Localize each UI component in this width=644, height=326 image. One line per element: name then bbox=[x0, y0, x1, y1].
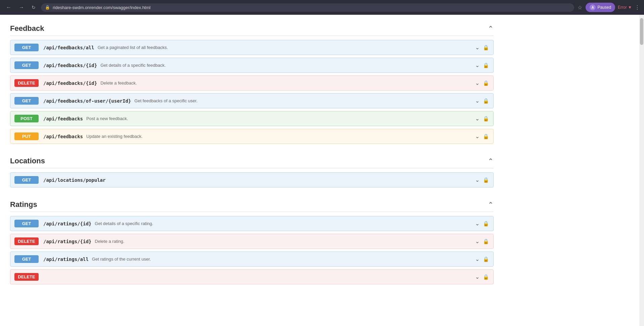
method-badge-get: GET bbox=[14, 61, 39, 69]
endpoint-actions: ⌄ 🔒 bbox=[475, 220, 489, 227]
lock-icon: 🔒 bbox=[483, 98, 489, 104]
endpoint-get-locations-popular[interactable]: GET /api/locations/popular ⌄ 🔒 bbox=[10, 172, 494, 187]
forward-button[interactable]: → bbox=[17, 3, 26, 12]
method-badge-delete: DELETE bbox=[14, 237, 39, 245]
endpoint-path: /api/feedbacks/{id} bbox=[43, 80, 97, 86]
chevron-down-icon: ⌄ bbox=[475, 98, 479, 104]
endpoint-desc: Delete a rating. bbox=[95, 239, 475, 244]
paused-avatar: A bbox=[590, 4, 596, 10]
endpoint-actions: ⌄ 🔒 bbox=[475, 133, 489, 140]
endpoint-get-feedbacks-all[interactable]: GET /api/feedbacks/all Get a paginated l… bbox=[10, 40, 494, 55]
secure-icon: 🔒 bbox=[45, 5, 50, 10]
endpoint-actions: ⌄ 🔒 bbox=[475, 115, 489, 122]
section-locations-collapse[interactable]: ⌃ bbox=[488, 157, 494, 165]
section-feedback-title: Feedback bbox=[10, 24, 44, 33]
endpoint-path: /api/feedbacks/{id} bbox=[43, 63, 97, 68]
method-badge-get: GET bbox=[14, 176, 39, 184]
method-badge-delete: DELETE bbox=[14, 273, 39, 281]
section-locations: Locations ⌃ GET /api/locations/popular ⌄… bbox=[10, 154, 494, 187]
url-text[interactable]: rideshare-swdm.onrender.com/swagger/inde… bbox=[53, 5, 570, 10]
section-ratings-collapse[interactable]: ⌃ bbox=[488, 201, 494, 209]
endpoint-get-ratings-all[interactable]: GET /api/ratings/all Get ratings of the … bbox=[10, 252, 494, 267]
endpoint-path: /api/feedbacks bbox=[43, 134, 83, 139]
section-locations-title: Locations bbox=[10, 157, 45, 165]
endpoint-delete-feedbacks-id[interactable]: DELETE /api/feedbacks/{id} Delete a feed… bbox=[10, 75, 494, 91]
bookmark-button[interactable]: ☆ bbox=[578, 4, 582, 11]
lock-icon: 🔒 bbox=[483, 45, 489, 51]
browser-menu-button[interactable]: ⋮ bbox=[635, 4, 640, 11]
chevron-down-icon: ⌄ bbox=[475, 62, 479, 68]
chevron-down-icon: ⌄ bbox=[475, 44, 479, 51]
paused-button[interactable]: A Paused bbox=[586, 3, 615, 12]
error-label: Error bbox=[618, 5, 627, 10]
browser-chrome: ← → ↻ 🔒 rideshare-swdm.onrender.com/swag… bbox=[0, 0, 644, 15]
back-button[interactable]: ← bbox=[4, 3, 13, 12]
method-badge-get: GET bbox=[14, 44, 39, 51]
chevron-down-icon: ⌄ bbox=[475, 274, 479, 280]
lock-icon: 🔒 bbox=[483, 256, 489, 262]
endpoint-actions: ⌄ 🔒 bbox=[475, 80, 489, 86]
chevron-down-icon: ⌄ bbox=[475, 115, 479, 122]
error-button[interactable]: Error ▼ bbox=[618, 5, 632, 10]
endpoint-path: /api/feedbacks/of-user/{userId} bbox=[43, 98, 131, 104]
endpoint-path: /api/ratings/{id} bbox=[43, 221, 91, 226]
endpoint-desc: Get ratings of the current user. bbox=[92, 257, 475, 262]
endpoint-actions: ⌄ 🔒 bbox=[475, 98, 489, 104]
method-badge-get: GET bbox=[14, 220, 39, 227]
section-ratings-title: Ratings bbox=[10, 200, 37, 209]
scrollbar[interactable] bbox=[639, 15, 644, 301]
endpoint-get-feedbacks-ofuser[interactable]: GET /api/feedbacks/of-user/{userId} Get … bbox=[10, 93, 494, 108]
method-badge-get: GET bbox=[14, 255, 39, 263]
chevron-down-icon: ⌄ bbox=[475, 133, 479, 140]
method-badge-post: POST bbox=[14, 115, 39, 122]
chevron-down-icon: ⌄ bbox=[475, 238, 479, 245]
section-ratings: Ratings ⌃ GET /api/ratings/{id} Get deta… bbox=[10, 198, 494, 284]
section-ratings-header: Ratings ⌃ bbox=[10, 198, 494, 212]
endpoint-actions: ⌄ 🔒 bbox=[475, 256, 489, 262]
lock-icon: 🔒 bbox=[483, 62, 489, 68]
endpoint-post-feedbacks[interactable]: POST /api/feedbacks Post a new feedback.… bbox=[10, 111, 494, 126]
endpoint-get-ratings-id[interactable]: GET /api/ratings/{id} Get details of a s… bbox=[10, 216, 494, 231]
endpoint-actions: ⌄ 🔒 bbox=[475, 44, 489, 51]
page-content: Feedback ⌃ GET /api/feedbacks/all Get a … bbox=[0, 15, 504, 301]
chevron-down-icon: ⌄ bbox=[475, 220, 479, 227]
scrollbar-thumb[interactable] bbox=[640, 18, 643, 45]
lock-icon: 🔒 bbox=[483, 80, 489, 86]
endpoint-path: /api/locations/popular bbox=[43, 177, 105, 183]
endpoint-delete-ratings-id[interactable]: DELETE /api/ratings/{id} Delete a rating… bbox=[10, 234, 494, 249]
lock-icon: 🔒 bbox=[483, 133, 489, 140]
section-feedback: Feedback ⌃ GET /api/feedbacks/all Get a … bbox=[10, 21, 494, 144]
method-badge-delete: DELETE bbox=[14, 79, 39, 87]
lock-icon: 🔒 bbox=[483, 177, 489, 183]
refresh-button[interactable]: ↻ bbox=[30, 3, 38, 11]
endpoint-desc: Get feedbacks of a specific user. bbox=[134, 98, 475, 103]
endpoint-put-feedbacks[interactable]: PUT /api/feedbacks Update an existing fe… bbox=[10, 129, 494, 144]
endpoint-get-feedbacks-id[interactable]: GET /api/feedbacks/{id} Get details of a… bbox=[10, 58, 494, 73]
chevron-down-icon: ⌄ bbox=[475, 177, 479, 183]
lock-icon: 🔒 bbox=[483, 274, 489, 280]
section-locations-header: Locations ⌃ bbox=[10, 154, 494, 168]
endpoint-actions: ⌄ 🔒 bbox=[475, 62, 489, 68]
lock-icon: 🔒 bbox=[483, 221, 489, 227]
section-feedback-header: Feedback ⌃ bbox=[10, 21, 494, 36]
endpoint-actions: ⌄ 🔒 bbox=[475, 274, 489, 280]
endpoint-actions: ⌄ 🔒 bbox=[475, 177, 489, 183]
lock-icon: 🔒 bbox=[483, 116, 489, 122]
endpoint-desc: Get details of a specific rating. bbox=[95, 221, 475, 226]
endpoint-delete-ratings-partial[interactable]: DELETE ⌄ 🔒 bbox=[10, 269, 494, 284]
method-badge-get: GET bbox=[14, 97, 39, 105]
browser-right: A Paused Error ▼ ⋮ bbox=[586, 3, 640, 12]
endpoint-path: /api/feedbacks bbox=[43, 116, 83, 121]
paused-label: Paused bbox=[597, 5, 611, 10]
chevron-down-icon: ⌄ bbox=[475, 256, 479, 262]
error-chevron: ▼ bbox=[628, 5, 632, 10]
section-feedback-collapse[interactable]: ⌃ bbox=[488, 24, 494, 33]
method-badge-put: PUT bbox=[14, 132, 39, 140]
endpoint-desc: Update an existing feedback. bbox=[86, 134, 475, 139]
chevron-down-icon: ⌄ bbox=[475, 80, 479, 86]
endpoint-desc: Get details of a specific feedback. bbox=[100, 63, 475, 68]
endpoint-path: /api/ratings/{id} bbox=[43, 239, 91, 244]
endpoint-path: /api/feedbacks/all bbox=[43, 45, 94, 50]
endpoint-path: /api/ratings/all bbox=[43, 257, 89, 262]
endpoint-desc: Get a paginated list of all feedbacks. bbox=[98, 45, 475, 50]
